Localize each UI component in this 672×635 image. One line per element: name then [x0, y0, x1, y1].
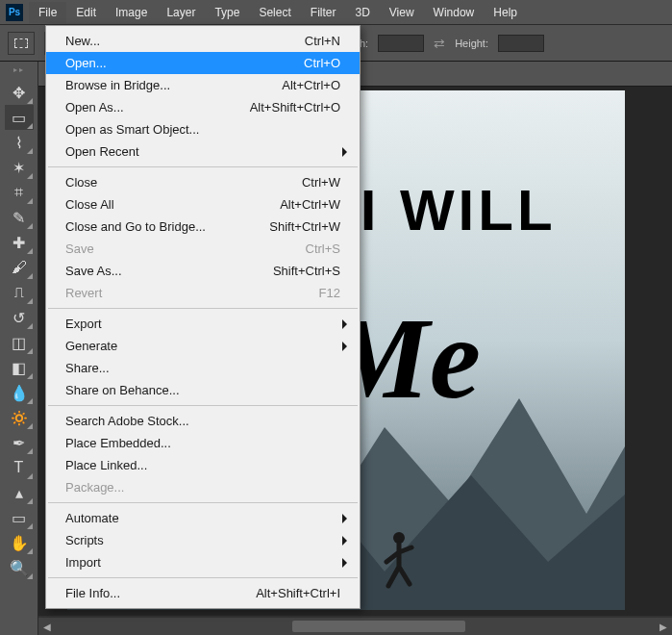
menu-image[interactable]: Image	[106, 2, 157, 23]
type-tool[interactable]: T	[5, 455, 34, 480]
stamp-tool[interactable]: ⎍	[5, 280, 34, 305]
menu-help[interactable]: Help	[484, 2, 527, 23]
menuitem-export[interactable]: Export	[46, 313, 360, 335]
menu-layer[interactable]: Layer	[157, 2, 205, 23]
scroll-right-icon[interactable]: ▶	[657, 621, 670, 632]
menuitem-label: Place Linked...	[65, 458, 147, 472]
menuitem-open-as[interactable]: Open As...Alt+Shift+Ctrl+O	[46, 96, 360, 118]
menuitem-shortcut: Ctrl+S	[306, 241, 340, 256]
app-logo: Ps	[6, 4, 23, 21]
menuitem-label: Browse in Bridge...	[65, 78, 170, 92]
menuitem-label: Share...	[65, 361, 110, 375]
width-input[interactable]	[378, 35, 424, 52]
swap-icon[interactable]: ⇄	[434, 36, 445, 51]
menu-separator	[48, 502, 358, 503]
path-select-tool[interactable]: ▴	[5, 480, 34, 505]
menuitem-new[interactable]: New...Ctrl+N	[46, 30, 360, 52]
canvas-bold-text: ) I WILL	[317, 177, 615, 243]
submenu-arrow-icon	[342, 342, 352, 351]
menuitem-save: SaveCtrl+S	[46, 238, 360, 260]
gradient-tool[interactable]: ◧	[5, 355, 34, 380]
crop-tool[interactable]: ⌗	[5, 180, 34, 205]
shape-tool[interactable]: ▭	[5, 505, 34, 530]
menuitem-shortcut: Alt+Shift+Ctrl+I	[256, 586, 340, 600]
menuitem-label: File Info...	[65, 586, 120, 600]
menuitem-place-linked[interactable]: Place Linked...	[46, 454, 360, 476]
brush-tool[interactable]: 🖌	[5, 255, 34, 280]
menuitem-browse-in-bridge[interactable]: Browse in Bridge...Alt+Ctrl+O	[46, 74, 360, 96]
menuitem-label: Save	[65, 241, 94, 256]
zoom-tool[interactable]: 🔍	[5, 555, 34, 580]
menuitem-label: Share on Behance...	[65, 383, 180, 397]
submenu-arrow-icon	[342, 147, 352, 157]
blur-tool[interactable]: 💧	[5, 380, 34, 405]
gradient-tool-icon: ◧	[12, 359, 26, 377]
menuitem-share-on-behance[interactable]: Share on Behance...	[46, 379, 360, 401]
menuitem-automate[interactable]: Automate	[46, 507, 360, 529]
menuitem-shortcut: Ctrl+N	[305, 34, 340, 48]
menuitem-open[interactable]: Open...Ctrl+O	[46, 52, 360, 74]
menuitem-label: New...	[65, 34, 100, 48]
eyedropper-tool[interactable]: ✎	[5, 205, 34, 230]
menuitem-place-embedded[interactable]: Place Embedded...	[46, 432, 360, 454]
menuitem-revert: RevertF12	[46, 282, 360, 304]
menuitem-close[interactable]: CloseCtrl+W	[46, 171, 360, 193]
history-brush-tool[interactable]: ↺	[5, 305, 34, 330]
blur-tool-icon: 💧	[10, 384, 29, 402]
path-select-tool-icon: ▴	[15, 484, 23, 502]
eraser-tool[interactable]: ◫	[5, 330, 34, 355]
stamp-tool-icon: ⎍	[14, 284, 24, 301]
menuitem-label: Open...	[65, 56, 107, 70]
menu-file[interactable]: File	[29, 2, 66, 23]
menuitem-scripts[interactable]: Scripts	[46, 529, 360, 551]
menuitem-save-as[interactable]: Save As...Shift+Ctrl+S	[46, 260, 360, 282]
lasso-tool[interactable]: ⌇	[5, 130, 34, 155]
zoom-tool-icon: 🔍	[10, 559, 29, 577]
menu-window[interactable]: Window	[424, 2, 485, 23]
menuitem-label: Package...	[65, 480, 124, 495]
move-tool[interactable]: ✥	[5, 80, 34, 105]
menu-type[interactable]: Type	[205, 2, 249, 23]
menu-3d[interactable]: 3D	[345, 2, 379, 23]
menuitem-open-recent[interactable]: Open Recent	[46, 140, 360, 163]
menu-view[interactable]: View	[380, 2, 424, 23]
menuitem-label: Import	[65, 555, 101, 570]
height-input[interactable]	[498, 35, 544, 52]
horizontal-scrollbar[interactable]: ◀ ▶	[38, 618, 672, 635]
menu-select[interactable]: Select	[249, 2, 300, 23]
healing-tool[interactable]: ✚	[5, 230, 34, 255]
menuitem-label: Close All	[65, 197, 114, 212]
type-tool-icon: T	[14, 459, 24, 476]
menuitem-shortcut: F12	[319, 286, 340, 300]
panel-grip-icon[interactable]: ▸▸	[13, 65, 25, 74]
menuitem-shortcut: Shift+Ctrl+S	[273, 264, 340, 278]
menuitem-close-and-go-to-bridge[interactable]: Close and Go to Bridge...Shift+Ctrl+W	[46, 216, 360, 238]
height-label: Height:	[455, 38, 488, 49]
menuitem-label: Close and Go to Bridge...	[65, 219, 206, 234]
menu-filter[interactable]: Filter	[301, 2, 346, 23]
menuitem-close-all[interactable]: Close AllAlt+Ctrl+W	[46, 193, 360, 216]
menuitem-open-as-smart-object[interactable]: Open as Smart Object...	[46, 118, 360, 140]
submenu-arrow-icon	[342, 536, 352, 546]
file-menu-dropdown: New...Ctrl+NOpen...Ctrl+OBrowse in Bridg…	[45, 25, 361, 609]
menuitem-label: Automate	[65, 511, 119, 525]
marquee-tool[interactable]: ▭	[5, 105, 34, 130]
tool-preset-icon[interactable]	[8, 32, 35, 55]
scroll-left-icon[interactable]: ◀	[40, 621, 54, 632]
menuitem-share[interactable]: Share...	[46, 357, 360, 379]
menuitem-file-info[interactable]: File Info...Alt+Shift+Ctrl+I	[46, 582, 360, 604]
shape-tool-icon: ▭	[12, 509, 26, 527]
wand-tool[interactable]: ✶	[5, 155, 34, 180]
menuitem-label: Scripts	[65, 533, 104, 547]
pen-tool[interactable]: ✒	[5, 430, 34, 455]
menuitem-label: Revert	[65, 286, 102, 300]
scroll-thumb[interactable]	[292, 621, 465, 632]
pen-tool-icon: ✒	[12, 434, 25, 452]
hand-tool[interactable]: ✋	[5, 530, 34, 555]
dodge-tool[interactable]: 🔅	[5, 405, 34, 430]
menuitem-search-adobe-stock[interactable]: Search Adobe Stock...	[46, 410, 360, 432]
menuitem-generate[interactable]: Generate	[46, 335, 360, 357]
marquee-tool-icon: ▭	[12, 109, 26, 127]
menuitem-import[interactable]: Import	[46, 551, 360, 573]
menu-edit[interactable]: Edit	[66, 2, 106, 23]
